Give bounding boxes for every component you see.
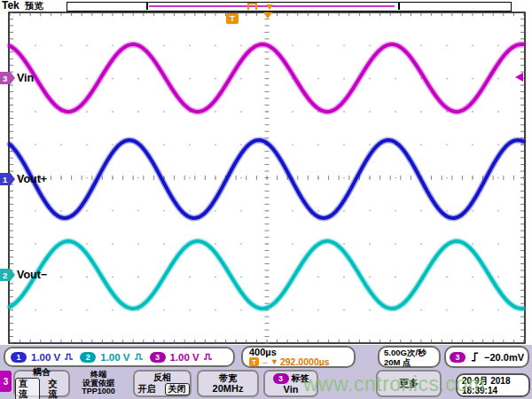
more-button[interactable]: 更多 — [376, 370, 442, 397]
trigger-point-arrow-icon: ▼ — [270, 357, 278, 366]
rising-edge-icon — [470, 351, 480, 363]
timebase-value: 400µs — [249, 348, 277, 357]
trigger-position-t-icon[interactable]: T — [226, 13, 239, 24]
label-title: 标签 — [292, 373, 309, 383]
invert-title: 反相 — [153, 372, 171, 382]
trigger-clamp-icon — [247, 3, 257, 10]
menu-channel-tab[interactable]: 3 — [0, 371, 12, 392]
trigger-source-badge: 3 — [450, 352, 466, 363]
termination-line3: TPP1000 — [71, 387, 126, 396]
time-value: 18:39:14 — [462, 386, 524, 395]
channel-1-label: Vout+ — [17, 173, 47, 185]
trigger-delay-value: 292.0000µs — [280, 357, 330, 367]
oscilloscope-screen: Tek 预览 T 3 Vin 1 Vout+ 2 Vout− 1 1.00 V … — [0, 0, 532, 399]
trigger-level-arrow-icon[interactable] — [515, 73, 523, 82]
channel-2-coupling-icon — [135, 353, 144, 361]
trigger-readout[interactable]: 3 −20.0mV — [444, 346, 529, 368]
channel-2-badge[interactable]: 2 — [80, 352, 96, 363]
trigger-position-icon — [266, 4, 273, 10]
channel-3-label: Vin — [17, 72, 34, 84]
invert-menu[interactable]: 反相 开启 关闭 — [133, 370, 192, 397]
waveform-overview-bar[interactable] — [66, 2, 512, 12]
channel-scale-readouts[interactable]: 1 1.00 V 2 1.00 V 3 1.00 V — [4, 347, 235, 367]
channel-1-coupling-icon — [65, 353, 74, 361]
trigger-t-badge: T — [249, 357, 259, 366]
label-value: Vin — [284, 384, 299, 395]
brand-logo: Tek — [2, 0, 20, 12]
horizontal-readout[interactable]: 400µs T → ▼ 292.0000µs — [241, 346, 356, 368]
channel-3-scale: 1.00 V — [170, 352, 200, 363]
label-menu[interactable]: 3 标签 Vin — [263, 370, 318, 397]
coupling-dc-button[interactable]: 直流 — [15, 378, 40, 399]
sample-rate-value: 5.00G次/秒 — [384, 348, 426, 357]
termination-menu[interactable]: 终端 设置依据 TPP1000 — [71, 371, 126, 396]
date-value: 20 9月 2018 — [462, 376, 524, 386]
coupling-ac-button[interactable]: 交流 — [46, 379, 69, 399]
graticule-area: T 3 Vin 1 Vout+ 2 Vout− — [0, 12, 532, 345]
bandwidth-value: 20MHz — [213, 383, 244, 394]
delay-arrow-icon: → — [261, 357, 269, 366]
coupling-menu[interactable]: 耦合 直流 交流 — [13, 370, 70, 397]
invert-off-button[interactable]: 关闭 — [165, 383, 190, 395]
waveform-canvas — [0, 12, 532, 345]
invert-on-button[interactable]: 开启 — [136, 384, 159, 395]
more-label: 更多 — [399, 377, 419, 390]
trigger-level-value: −20.0mV — [484, 352, 524, 363]
channel-1-badge[interactable]: 1 — [11, 352, 27, 363]
channel-2-label: Vout− — [17, 269, 47, 281]
trigger-position-arrow-icon[interactable] — [263, 12, 272, 19]
bandwidth-title: 带宽 — [219, 373, 237, 383]
trigger-delay-readout: T → ▼ 292.0000µs — [249, 357, 330, 367]
channel-3-badge[interactable]: 3 — [150, 352, 166, 363]
label-channel-badge: 3 — [273, 373, 289, 384]
record-length-value: 20M 点 — [384, 357, 411, 367]
datetime-box: 20 9月 2018 18:39:14 — [456, 373, 530, 397]
channel-1-scale: 1.00 V — [31, 352, 60, 363]
top-status-bar: Tek 预览 — [0, 0, 532, 12]
bottom-panel: 1 1.00 V 2 1.00 V 3 1.00 V 400µs T → ▼ 2… — [0, 345, 532, 399]
channel-3-coupling-icon — [204, 353, 213, 361]
coupling-title: 耦合 — [33, 367, 51, 377]
acquisition-mode-label: 预览 — [25, 0, 43, 12]
acquisition-readout[interactable]: 5.00G次/秒 20M 点 — [378, 346, 441, 368]
bandwidth-menu[interactable]: 带宽 20MHz — [197, 370, 259, 397]
channel-2-scale: 1.00 V — [100, 352, 129, 363]
